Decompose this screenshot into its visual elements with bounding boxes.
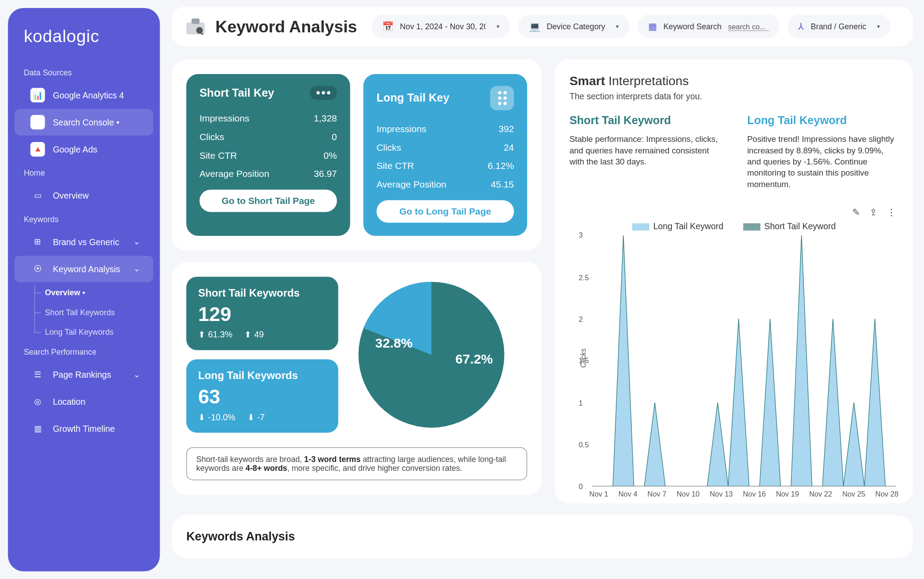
- metric-row: Impressions1,328: [200, 109, 337, 128]
- tile-drag-handle[interactable]: [490, 86, 514, 110]
- date-range-picker[interactable]: 📅 Nov 1, 2024 - Nov 30, 2024 ▾: [372, 15, 510, 39]
- toolbox-icon: [184, 16, 208, 37]
- magnify-icon: ⦿: [31, 262, 45, 276]
- go-short-tail-button[interactable]: Go to Short Tail Page: [200, 190, 337, 212]
- chevron-down-icon: ⌄: [133, 370, 140, 379]
- long-interp-head: Long Tail Keyword: [747, 114, 898, 128]
- x-tick: Nov 10: [677, 490, 700, 498]
- subnav-overview[interactable]: Overview •: [8, 283, 160, 303]
- dropdown-icon: ▾: [616, 23, 619, 30]
- brand-generic-filter[interactable]: ⅄ Brand / Generic ▾: [787, 15, 891, 39]
- calendar-icon: 📅: [382, 21, 393, 32]
- kw-pct-delta: ⬆61.3%: [198, 330, 232, 340]
- kw-pct-delta: ⬇-10.0%: [198, 412, 235, 422]
- chart-legend: Long Tail Keyword Short Tail Keyword: [569, 222, 898, 231]
- keyword-search-label: Keyword Search: [663, 22, 721, 31]
- pie-long-pct: 32.8%: [375, 336, 413, 351]
- nav-google-analytics[interactable]: 📊 Google Analytics 4: [15, 82, 153, 109]
- keyword-counts-card: Short Tail Keywords 129 ⬆61.3% ⬆49 Long …: [172, 262, 541, 495]
- analytics-icon: 📊: [31, 88, 45, 102]
- nav-label: Google Ads: [53, 145, 97, 154]
- clicks-chart: Clicks 00.511.522.53: [592, 235, 896, 486]
- metric-value: 6.12%: [488, 160, 514, 171]
- x-tick: Nov 19: [776, 490, 799, 498]
- nav-google-ads[interactable]: 🔺 Google Ads: [15, 136, 153, 163]
- kw-value: 63: [198, 386, 326, 408]
- edit-icon[interactable]: ✎: [852, 207, 860, 218]
- tile-menu-button[interactable]: [310, 86, 337, 100]
- smart-subtitle: The section interprets data for you.: [569, 91, 898, 101]
- keyword-search-filter[interactable]: ▦ Keyword Search: [638, 15, 779, 39]
- metric-row: Impressions392: [376, 120, 514, 138]
- keyword-analysis-subnav: Overview • Short Tail Keywords Long Tail…: [8, 283, 160, 342]
- metric-row: Site CTR0%: [200, 146, 337, 164]
- nav-keyword-analysis[interactable]: ⦿ Keyword Analysis ⌄: [15, 256, 153, 282]
- metric-value: 0: [332, 132, 337, 142]
- nav-label: Search Console •: [53, 117, 119, 127]
- device-category-filter[interactable]: 💻 Device Category ▾: [518, 15, 630, 39]
- sidebar: kodalogic Data Sources 📊 Google Analytic…: [8, 8, 160, 571]
- dropdown-icon: ▾: [497, 23, 500, 30]
- metric-row: Average Position36.97: [200, 164, 337, 183]
- keyword-pie-chart: 32.8% 67.2%: [356, 279, 508, 431]
- nav-label: Keyword Analysis: [53, 264, 120, 274]
- nav-brand-vs-generic[interactable]: ⊞ Brand vs Generic ⌄: [15, 229, 153, 255]
- branch-icon: ⅄: [798, 21, 804, 32]
- google-ads-icon: 🔺: [31, 142, 45, 156]
- metric-row: Average Position45.15: [376, 175, 514, 194]
- tile-title: Short Tail Key: [200, 86, 274, 99]
- kw-label: Long Tail Keywords: [198, 370, 326, 382]
- y-tick: 0.5: [579, 441, 589, 449]
- smart-title: Smart Interpretations: [569, 74, 898, 89]
- export-icon[interactable]: ⇪: [869, 207, 877, 218]
- subnav-long-tail[interactable]: Long Tail Keywords: [8, 322, 160, 342]
- more-icon[interactable]: ⋮: [887, 207, 896, 218]
- metric-label: Site CTR: [200, 150, 237, 160]
- device-icon: 💻: [529, 21, 540, 32]
- overview-icon: ▭: [31, 188, 45, 203]
- x-tick: Nov 16: [743, 490, 766, 498]
- y-tick: 1.5: [579, 357, 589, 365]
- nav-label: Overview: [53, 191, 89, 200]
- nav-page-rankings[interactable]: ☰ Page Rankings ⌄: [15, 361, 153, 388]
- x-tick: Nov 13: [710, 490, 733, 498]
- short-interp-head: Short Tail Keyword: [569, 114, 720, 128]
- nav-search-console[interactable]: ▦ Search Console •: [15, 109, 153, 136]
- main-content: Keyword Analysis 📅 Nov 1, 2024 - Nov 30,…: [168, 0, 924, 579]
- nav-growth-timeline[interactable]: ▥ Growth Timeline: [15, 415, 153, 442]
- legend-swatch-short: [743, 223, 760, 231]
- x-tick: Nov 25: [842, 490, 865, 498]
- compare-icon: ⊞: [31, 235, 45, 249]
- brand-generic-label: Brand / Generic: [811, 22, 866, 31]
- date-range-label: Nov 1, 2024 - Nov 30, 2024: [400, 22, 486, 31]
- metric-label: Site CTR: [376, 160, 414, 171]
- metric-value: 36.97: [314, 168, 337, 179]
- keywords-analysis-card: Keywords Analysis: [172, 515, 913, 558]
- grid-icon: ▦: [648, 21, 657, 32]
- section-keywords: Keywords: [8, 209, 160, 228]
- short-tail-tile: Short Tail Key Impressions1,328Clicks0Si…: [186, 74, 350, 236]
- section-data-sources: Data Sources: [8, 63, 160, 82]
- keyword-note: Short-tail keywords are broad, 1-3 word …: [186, 447, 527, 481]
- legend-swatch-long: [632, 223, 650, 231]
- nav-label: Page Rankings: [53, 370, 111, 379]
- keyword-search-input[interactable]: [728, 22, 769, 31]
- metric-row: Clicks24: [376, 138, 514, 156]
- kw-label: Short Tail Keywords: [198, 287, 326, 299]
- arrow-down-icon: ⬇: [247, 412, 254, 422]
- metric-value: 1,328: [314, 113, 337, 124]
- tile-title: Long Tail Key: [376, 91, 449, 105]
- dropdown-icon: ▾: [877, 23, 880, 30]
- go-long-tail-button[interactable]: Go to Long Tail Page: [376, 200, 514, 223]
- nav-location[interactable]: ◎ Location: [15, 388, 153, 415]
- nav-overview[interactable]: ▭ Overview: [15, 182, 153, 209]
- section-search-performance: Search Performance: [8, 342, 160, 361]
- y-tick: 2.5: [579, 273, 589, 281]
- x-tick: Nov 4: [619, 490, 638, 498]
- metric-row: Clicks0: [200, 128, 337, 146]
- subnav-short-tail[interactable]: Short Tail Keywords: [8, 302, 160, 322]
- section-home: Home: [8, 163, 160, 182]
- long-tail-count-box: Long Tail Keywords 63 ⬇-10.0% ⬇-7: [186, 360, 338, 433]
- topbar: Keyword Analysis 📅 Nov 1, 2024 - Nov 30,…: [172, 7, 913, 46]
- x-tick: Nov 22: [809, 490, 832, 498]
